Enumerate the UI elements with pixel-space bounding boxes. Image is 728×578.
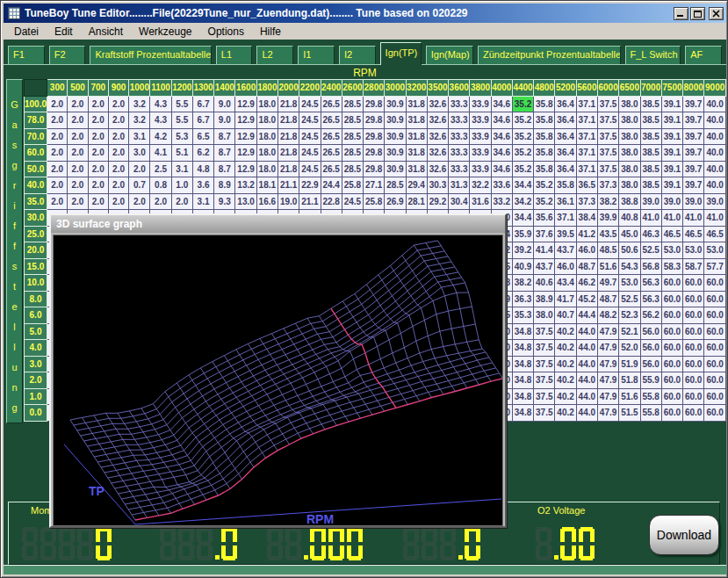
table-cell[interactable]: 2.0 <box>108 112 128 129</box>
table-cell[interactable]: 5.5 <box>171 112 192 129</box>
table-cell[interactable]: 37.5 <box>534 340 555 357</box>
table-cell[interactable]: 34.8 <box>512 372 533 389</box>
table-cell[interactable]: 60.0 <box>704 340 726 357</box>
tab-zuendzeitpunkt-prozentualtabelle[interactable]: Zündzeitpunkt Prozentualtabelle <box>478 46 621 65</box>
table-cell[interactable]: 39.5 <box>555 226 576 242</box>
table-cell[interactable]: 33.9 <box>470 96 491 112</box>
table-cell[interactable]: 60.0 <box>661 275 682 292</box>
table-cell[interactable]: 44.0 <box>576 405 597 422</box>
table-cell[interactable]: 34.6 <box>491 161 512 177</box>
table-cell[interactable]: 46.5 <box>683 226 704 242</box>
table-cell[interactable]: 2.0 <box>88 128 108 145</box>
table-cell[interactable]: 31.8 <box>406 96 427 112</box>
table-cell[interactable]: 60.0 <box>683 307 704 324</box>
table-cell[interactable]: 12.9 <box>235 128 256 145</box>
table-cell[interactable]: 40.0 <box>704 161 726 177</box>
table-cell[interactable]: 39.1 <box>661 161 682 177</box>
table-cell[interactable]: 2.0 <box>108 128 128 145</box>
table-cell[interactable]: 39.7 <box>683 112 704 129</box>
table-cell[interactable]: 54.3 <box>619 258 640 275</box>
table-cell[interactable]: 55.8 <box>640 405 661 422</box>
table-cell[interactable]: 36.5 <box>576 177 597 194</box>
table-cell[interactable]: 31.8 <box>406 145 427 162</box>
table-cell[interactable]: 37.3 <box>597 177 618 194</box>
table-cell[interactable]: 34.8 <box>512 405 533 422</box>
table-cell[interactable]: 37.5 <box>534 405 555 422</box>
table-cell[interactable]: 38.0 <box>619 161 640 177</box>
table-cell[interactable]: 60.0 <box>683 372 704 389</box>
table-cell[interactable]: 32.6 <box>427 161 448 177</box>
table-cell[interactable]: 24.5 <box>299 96 321 112</box>
table-cell[interactable]: 60.0 <box>704 372 726 389</box>
table-cell[interactable]: 60.0 <box>704 275 726 292</box>
table-cell[interactable]: 45.0 <box>619 226 640 242</box>
tab-i2[interactable]: I2 <box>339 46 376 65</box>
table-cell[interactable]: 40.0 <box>704 145 726 162</box>
table-cell[interactable]: 37.1 <box>576 145 597 162</box>
table-cell[interactable]: 47.9 <box>597 340 618 357</box>
table-cell[interactable]: 21.1 <box>278 177 299 194</box>
table-cell[interactable]: 60.0 <box>683 323 704 340</box>
table-cell[interactable]: 39.7 <box>683 128 704 145</box>
table-cell[interactable]: 18.0 <box>256 128 278 145</box>
table-cell[interactable]: 13.0 <box>235 193 256 210</box>
table-cell[interactable]: 2.0 <box>68 177 88 194</box>
table-cell[interactable]: 37.5 <box>597 161 618 177</box>
table-cell[interactable]: 53.0 <box>683 242 704 259</box>
table-cell[interactable]: 33.9 <box>470 161 491 177</box>
table-cell[interactable]: 9.0 <box>214 96 235 112</box>
tab-fl-switch[interactable]: F_L Switch <box>625 46 681 65</box>
table-cell[interactable]: 60.0 <box>704 356 726 372</box>
table-cell[interactable]: 44.4 <box>576 307 597 324</box>
table-cell[interactable]: 37.5 <box>534 356 555 372</box>
table-cell[interactable]: 2.0 <box>88 193 108 210</box>
table-cell[interactable]: 5.5 <box>171 96 192 112</box>
table-cell[interactable]: 41.0 <box>640 210 661 227</box>
table-cell[interactable]: 35.8 <box>534 128 555 145</box>
table-cell[interactable]: 37.5 <box>534 372 555 389</box>
table-cell[interactable]: 40.2 <box>555 405 576 422</box>
table-cell[interactable]: 37.1 <box>576 112 597 129</box>
table-cell[interactable]: 39.0 <box>704 193 726 210</box>
table-cell[interactable]: 60.0 <box>661 405 682 422</box>
table-cell[interactable]: 3.1 <box>129 128 150 145</box>
table-cell[interactable]: 3.1 <box>171 161 192 177</box>
table-cell[interactable]: 37.5 <box>597 128 618 145</box>
table-cell[interactable]: 51.5 <box>619 405 640 422</box>
maximize-button[interactable] <box>690 7 705 20</box>
table-cell[interactable]: 46.0 <box>576 242 597 259</box>
table-cell[interactable]: 33.3 <box>449 145 470 162</box>
table-cell[interactable]: 9.0 <box>214 112 235 129</box>
table-cell[interactable]: 38.9 <box>534 291 555 307</box>
table-cell[interactable]: 35.2 <box>512 112 533 129</box>
table-cell[interactable]: 40.6 <box>534 275 555 292</box>
table-cell[interactable]: 12.9 <box>235 161 256 177</box>
table-cell[interactable]: 24.5 <box>299 161 321 177</box>
table-cell[interactable]: 3.1 <box>192 193 213 210</box>
table-cell[interactable]: 60.0 <box>704 323 726 340</box>
table-cell[interactable]: 35.8 <box>534 145 555 162</box>
table-cell[interactable]: 2.0 <box>108 161 128 177</box>
table-cell[interactable]: 40.9 <box>512 258 533 275</box>
table-cell[interactable]: 29.8 <box>364 128 385 145</box>
table-cell[interactable]: 38.5 <box>640 112 661 129</box>
table-cell[interactable]: 22.8 <box>321 193 342 210</box>
table-cell[interactable]: 40.7 <box>555 307 576 324</box>
table-cell[interactable]: 32.6 <box>427 112 448 129</box>
table-cell[interactable]: 44.0 <box>576 356 597 372</box>
table-cell[interactable]: 22.9 <box>299 177 321 194</box>
table-cell[interactable]: 26.5 <box>321 112 342 129</box>
menu-hilfe[interactable]: Hilfe <box>252 25 289 39</box>
table-cell[interactable]: 35.9 <box>512 226 533 242</box>
table-cell[interactable]: 25.8 <box>364 193 385 210</box>
table-cell[interactable]: 18.1 <box>256 177 278 194</box>
table-cell[interactable]: 38.0 <box>619 112 640 129</box>
table-cell[interactable]: 60.0 <box>661 388 682 405</box>
table-cell[interactable]: 2.0 <box>47 161 68 177</box>
table-cell[interactable]: 9.3 <box>214 193 235 210</box>
table-cell[interactable]: 35.2 <box>534 193 555 210</box>
table-cell[interactable]: 47.9 <box>597 405 618 422</box>
table-cell[interactable]: 32.6 <box>427 128 448 145</box>
table-cell[interactable]: 56.0 <box>640 323 661 340</box>
table-cell[interactable]: 60.0 <box>661 340 682 357</box>
